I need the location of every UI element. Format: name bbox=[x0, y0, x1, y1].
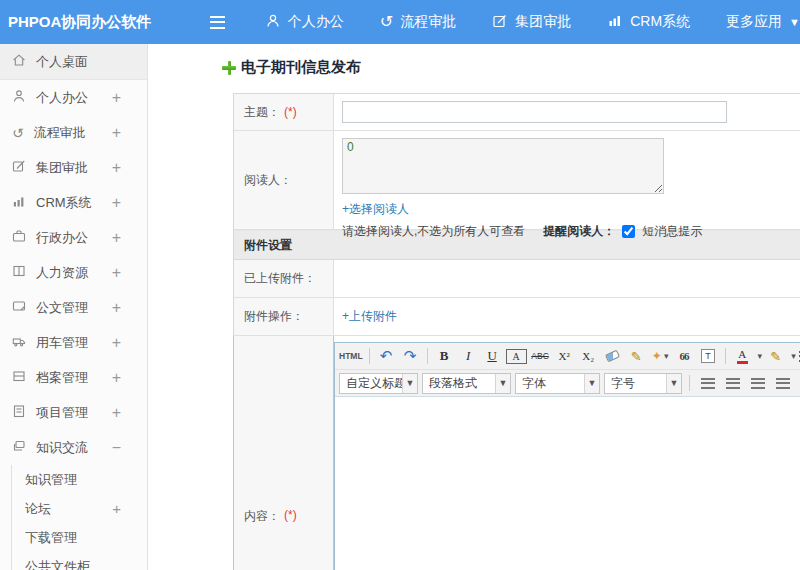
attachment-action-label: 附件操作： bbox=[234, 298, 334, 335]
strikethrough-button[interactable]: ABC bbox=[530, 346, 551, 367]
font-size-select[interactable]: 字号▼ bbox=[604, 373, 682, 394]
align-left-button[interactable] bbox=[697, 373, 718, 394]
bold-button[interactable]: B bbox=[434, 346, 455, 367]
choose-readers-link[interactable]: +选择阅读人 bbox=[342, 201, 409, 218]
person-icon bbox=[265, 13, 281, 32]
rich-text-editor: HTML ↶ ↷ B I U A ABC X² X₂ bbox=[334, 342, 800, 570]
justify-icon bbox=[776, 378, 790, 389]
justify-button[interactable] bbox=[772, 373, 793, 394]
subject-input[interactable] bbox=[342, 101, 727, 123]
editor-content-area[interactable] bbox=[335, 397, 800, 570]
edit-icon bbox=[492, 13, 508, 32]
sms-notify-checkbox[interactable] bbox=[622, 225, 635, 238]
sidebar-item-group-approval[interactable]: 集团审批 + bbox=[0, 150, 147, 185]
topnav-workflow-approval[interactable]: ↺ 流程审批 bbox=[380, 13, 456, 31]
collapse-minus-icon[interactable]: − bbox=[112, 438, 121, 456]
sidebar-subitem-forum[interactable]: 论坛 + bbox=[12, 494, 147, 523]
toolbar-separator bbox=[689, 375, 690, 391]
paste-as-text-button[interactable]: T bbox=[698, 346, 719, 367]
sidebar-item-hr[interactable]: 人力资源 + bbox=[0, 255, 147, 290]
expand-plus-icon[interactable]: + bbox=[112, 500, 121, 517]
sidebar-item-personal-desktop[interactable]: 个人桌面 bbox=[0, 44, 147, 80]
underline-button[interactable]: U bbox=[482, 346, 503, 367]
readers-textarea[interactable]: 0 bbox=[342, 138, 664, 194]
undo-icon[interactable]: ↶ bbox=[376, 346, 397, 367]
page-title: 电子期刊信息发布 bbox=[222, 58, 800, 77]
sidebar-item-project-mgmt[interactable]: 项目管理 + bbox=[0, 395, 147, 430]
sidebar-item-crm[interactable]: CRM系统 + bbox=[0, 185, 147, 220]
eraser-icon bbox=[605, 350, 620, 363]
blockquote-button[interactable]: 66 bbox=[674, 346, 695, 367]
paste-text-icon: T bbox=[701, 349, 715, 363]
expand-plus-icon[interactable]: + bbox=[112, 368, 121, 386]
clipboard-icon bbox=[12, 404, 26, 421]
green-plus-icon bbox=[222, 61, 236, 75]
font-style-button[interactable]: A bbox=[506, 349, 527, 364]
topnav-label: 集团审批 bbox=[515, 13, 571, 31]
paragraph-format-select[interactable]: 段落格式▼ bbox=[422, 373, 511, 394]
toolbar-separator bbox=[369, 348, 370, 364]
redo-icon[interactable]: ↷ bbox=[400, 346, 421, 367]
upload-attachment-link[interactable]: +上传附件 bbox=[342, 308, 397, 325]
expand-plus-icon[interactable]: + bbox=[112, 333, 121, 351]
format-painter-button[interactable]: ✎ bbox=[626, 346, 647, 367]
readers-hint: 请选择阅读人,不选为所有人可查看 bbox=[342, 223, 525, 240]
remind-readers-label: 提醒阅读人： bbox=[543, 223, 615, 240]
font-color-button[interactable]: A bbox=[732, 346, 753, 367]
heading-select[interactable]: 自定义标题▼ bbox=[339, 373, 418, 394]
content-row: 内容：(*) HTML ↶ ↷ B I U bbox=[233, 336, 800, 570]
content-label: 内容：(*) bbox=[234, 336, 334, 570]
flow-icon: ↺ bbox=[12, 126, 24, 140]
expand-plus-icon[interactable]: + bbox=[112, 158, 121, 176]
expand-plus-icon[interactable]: + bbox=[112, 403, 121, 421]
align-center-button[interactable] bbox=[722, 373, 743, 394]
sidebar-item-personal-office[interactable]: 个人办公 + bbox=[0, 80, 147, 115]
topnav-label: CRM系统 bbox=[630, 13, 690, 31]
caret-down-icon: ▾ bbox=[791, 351, 796, 361]
document-icon bbox=[12, 299, 26, 316]
uploaded-label: 已上传附件： bbox=[234, 260, 334, 297]
expand-plus-icon[interactable]: + bbox=[112, 88, 121, 106]
topnav-personal-office[interactable]: 个人办公 bbox=[265, 13, 344, 32]
caret-down-icon: ▼ bbox=[789, 17, 800, 28]
html-source-button[interactable]: HTML bbox=[339, 346, 363, 367]
expand-plus-icon[interactable]: + bbox=[112, 193, 121, 211]
sidebar-item-workflow-approval[interactable]: ↺ 流程审批 + bbox=[0, 115, 147, 150]
sidebar-subitem-download-mgmt[interactable]: 下载管理 bbox=[12, 523, 147, 552]
remove-format-button[interactable] bbox=[602, 346, 623, 367]
caret-down-icon: ▼ bbox=[666, 374, 681, 393]
italic-button[interactable]: I bbox=[458, 346, 479, 367]
topnav-crm[interactable]: CRM系统 bbox=[607, 13, 690, 32]
flow-icon: ↺ bbox=[380, 14, 393, 30]
topnav-group-approval[interactable]: 集团审批 bbox=[492, 13, 571, 32]
hamburger-menu-icon[interactable] bbox=[210, 16, 225, 29]
align-center-icon bbox=[726, 378, 740, 389]
required-mark: (*) bbox=[284, 105, 297, 119]
sidebar-item-document-mgmt[interactable]: 公文管理 + bbox=[0, 290, 147, 325]
sidebar-item-vehicle-mgmt[interactable]: 用车管理 + bbox=[0, 325, 147, 360]
editor-toolbar-row1: HTML ↶ ↷ B I U A ABC X² X₂ bbox=[335, 343, 800, 370]
align-right-button[interactable] bbox=[747, 373, 768, 394]
autoformat-button[interactable]: ✦▾ bbox=[650, 346, 671, 367]
caret-down-icon: ▼ bbox=[584, 374, 599, 393]
expand-plus-icon[interactable]: + bbox=[112, 228, 121, 246]
align-right-icon bbox=[751, 378, 765, 389]
font-family-select[interactable]: 字体▼ bbox=[515, 373, 600, 394]
expand-plus-icon[interactable]: + bbox=[112, 123, 121, 141]
expand-plus-icon[interactable]: + bbox=[112, 298, 121, 316]
toolbar-separator bbox=[427, 348, 428, 364]
expand-plus-icon[interactable]: + bbox=[112, 263, 121, 281]
sidebar-item-archive-mgmt[interactable]: 档案管理 + bbox=[0, 360, 147, 395]
car-icon bbox=[12, 334, 26, 351]
sidebar-subgroup-knowledge: 知识管理 论坛 + 下载管理 公共文件柜 bbox=[11, 465, 147, 570]
topnav-more-apps[interactable]: 更多应用 ▼ bbox=[726, 13, 800, 31]
sidebar-item-admin-office[interactable]: 行政办公 + bbox=[0, 220, 147, 255]
superscript-button[interactable]: X² bbox=[554, 346, 575, 367]
sidebar-item-knowledge-exchange[interactable]: 知识交流 − bbox=[0, 430, 147, 465]
highlight-color-button[interactable]: ✎ bbox=[765, 346, 786, 367]
sidebar-subitem-public-cabinet[interactable]: 公共文件柜 bbox=[12, 552, 147, 570]
sms-notify-label: 短消息提示 bbox=[642, 223, 702, 240]
subscript-button[interactable]: X₂ bbox=[578, 346, 599, 367]
sidebar-subitem-knowledge-mgmt[interactable]: 知识管理 bbox=[12, 465, 147, 494]
caret-down-icon: ▼ bbox=[402, 374, 417, 393]
